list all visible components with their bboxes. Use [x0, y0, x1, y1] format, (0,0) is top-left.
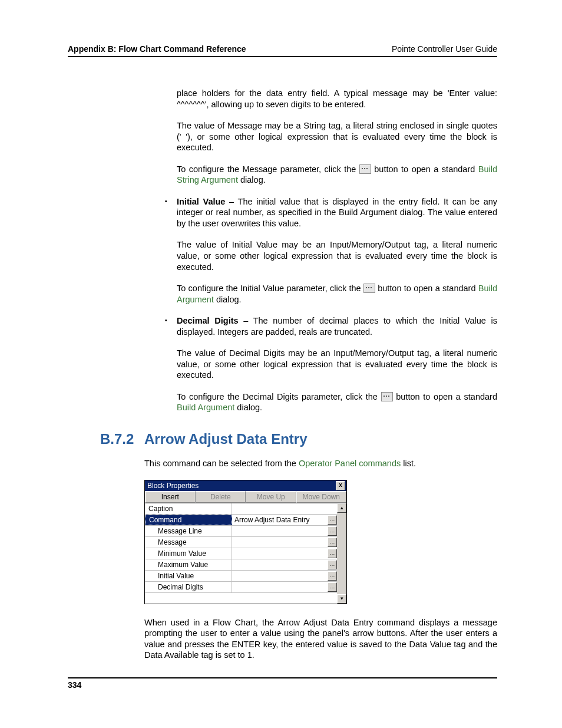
insert-button[interactable]: Insert — [145, 491, 196, 503]
label-message: Message — [145, 537, 232, 548]
scrollbar[interactable]: ▴ ▾ — [337, 503, 346, 604]
ellipsis-icon — [359, 164, 371, 174]
dialog-title: Block Properties — [147, 480, 199, 491]
dialog-toolbar: Insert Delete Move Up Move Down — [145, 491, 346, 503]
label-message-line: Message Line — [145, 526, 232, 536]
close-icon[interactable]: x — [336, 481, 345, 490]
label-command: Command — [145, 515, 232, 525]
row-decimal-digits[interactable]: Decimal Digits … — [145, 582, 337, 593]
para-dd-config: To configure the Decimal Digits paramete… — [177, 391, 497, 413]
dialog-titlebar: Block Properties x — [145, 480, 346, 491]
label-decimal-digits: Decimal Digits — [177, 316, 239, 325]
ellipsis-icon[interactable]: … — [328, 582, 337, 592]
label-decimal-digits: Decimal Digits — [145, 582, 232, 592]
text: To configure the Message parameter, clic… — [177, 164, 359, 174]
section-number: B.7.2 — [100, 431, 144, 447]
page-number: 334 — [68, 680, 81, 690]
text: button to open a standard — [375, 284, 478, 293]
section-heading: B.7.2 Arrow Adjust Data Entry — [100, 431, 497, 447]
delete-button[interactable]: Delete — [196, 491, 246, 503]
section-intro: This command can be selected from the Op… — [144, 458, 497, 469]
row-message-line[interactable]: Message Line … — [145, 526, 337, 537]
text: Arrow Adjust Data Entry — [234, 515, 309, 525]
para-msg-value: The value of Message may be a String tag… — [177, 120, 497, 153]
ellipsis-icon[interactable]: … — [328, 526, 337, 536]
text: button to open a standard — [393, 392, 497, 401]
value-initial-value[interactable]: … — [232, 571, 337, 581]
value-caption[interactable] — [232, 503, 337, 514]
ellipsis-icon[interactable]: … — [328, 538, 337, 547]
text: button to open a standard — [371, 164, 478, 174]
label-maximum-value: Maximum Value — [145, 559, 232, 570]
para-iv-value: The value of Initial Value may be an Inp… — [177, 239, 497, 272]
ellipsis-icon[interactable]: … — [328, 571, 337, 581]
text: dialog. — [214, 295, 242, 304]
para-iv-config: To configure the Initial Value parameter… — [177, 283, 497, 305]
label-caption: Caption — [145, 503, 232, 514]
row-message[interactable]: Message … — [145, 537, 337, 548]
ellipsis-icon — [363, 284, 375, 293]
ellipsis-icon[interactable]: … — [328, 549, 337, 558]
text: To configure the Initial Value parameter… — [177, 284, 363, 293]
value-minimum-value[interactable]: … — [232, 548, 337, 559]
move-down-button[interactable]: Move Down — [296, 491, 347, 503]
value-message-line[interactable]: … — [232, 526, 337, 536]
value-command[interactable]: Arrow Adjust Data Entry … — [232, 515, 337, 525]
dialog-grid: Caption Command Arrow Adjust Data Entry … — [145, 503, 346, 604]
row-minimum-value[interactable]: Minimum Value … — [145, 548, 337, 559]
ellipsis-icon[interactable]: … — [328, 560, 337, 569]
text: To configure the Decimal Digits paramete… — [177, 392, 381, 401]
bullet-decimal-digits: Decimal Digits – The number of decimal p… — [165, 315, 497, 413]
row-caption[interactable]: Caption — [145, 503, 337, 515]
scroll-up-icon[interactable]: ▴ — [337, 503, 346, 513]
row-initial-value[interactable]: Initial Value … — [145, 571, 337, 582]
row-blank — [145, 593, 337, 604]
para-dd-value: The value of Decimal Digits may be an In… — [177, 348, 497, 381]
section-title: Arrow Adjust Data Entry — [144, 431, 307, 447]
para-placeholder: place holders for the data entry field. … — [177, 88, 497, 110]
para-msg-config: To configure the Message parameter, clic… — [177, 164, 497, 186]
ellipsis-icon — [381, 392, 393, 401]
block-properties-dialog: Block Properties x Insert Delete Move Up… — [144, 480, 347, 604]
value-maximum-value[interactable]: … — [232, 559, 337, 570]
value-message[interactable]: … — [232, 537, 337, 548]
value-decimal-digits[interactable]: … — [232, 582, 337, 592]
label-initial-value: Initial Value — [177, 197, 225, 206]
link-build-argument[interactable]: Build Argument — [177, 403, 234, 412]
label-initial-value: Initial Value — [145, 571, 232, 581]
row-maximum-value[interactable]: Maximum Value … — [145, 559, 337, 571]
scroll-down-icon[interactable]: ▾ — [337, 594, 346, 604]
move-up-button[interactable]: Move Up — [246, 491, 296, 503]
label-minimum-value: Minimum Value — [145, 548, 232, 559]
bullet-initial-value: Initial Value – The initial value that i… — [165, 196, 497, 305]
text: This command can be selected from the — [144, 459, 299, 468]
page-footer: 334 — [68, 677, 497, 690]
text: dialog. — [238, 175, 266, 185]
ellipsis-icon[interactable]: … — [328, 515, 337, 525]
text: list. — [401, 459, 416, 468]
section-outro: When used in a Flow Chart, the Arrow Adj… — [144, 617, 497, 661]
text: dialog. — [234, 403, 262, 412]
page-header: Appendix B: Flow Chart Command Reference… — [68, 44, 497, 57]
header-right: Pointe Controller User Guide — [392, 44, 497, 54]
text: – The initial value that is displayed in… — [177, 197, 497, 228]
link-operator-panel-commands[interactable]: Operator Panel commands — [299, 459, 401, 468]
header-left: Appendix B: Flow Chart Command Reference — [68, 44, 246, 54]
row-command[interactable]: Command Arrow Adjust Data Entry … — [145, 515, 337, 526]
